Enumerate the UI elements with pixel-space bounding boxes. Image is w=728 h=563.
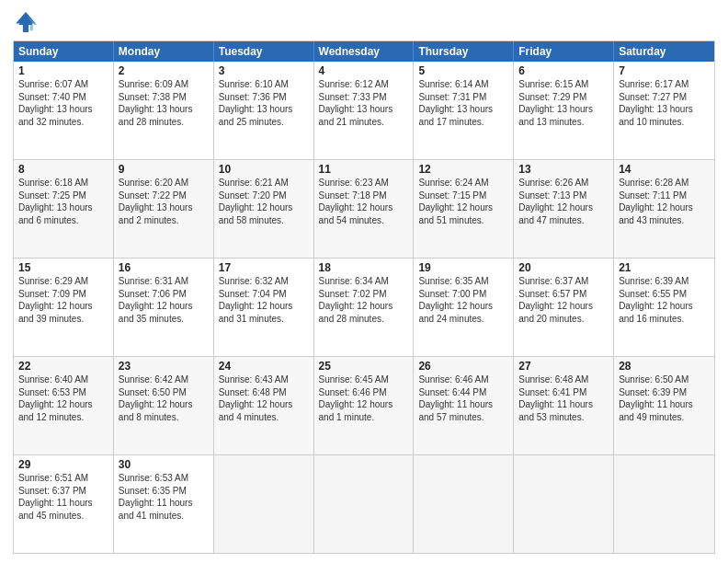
logo-icon: [13, 9, 39, 35]
day-info: Sunrise: 6:28 AMSunset: 7:11 PMDaylight:…: [619, 178, 693, 225]
calendar-cell: 22Sunrise: 6:40 AMSunset: 6:53 PMDayligh…: [14, 357, 114, 454]
day-info: Sunrise: 6:24 AMSunset: 7:15 PMDaylight:…: [418, 178, 493, 225]
calendar-cell: 28Sunrise: 6:50 AMSunset: 6:39 PMDayligh…: [614, 357, 714, 454]
calendar-row: 1Sunrise: 6:07 AMSunset: 7:40 PMDaylight…: [14, 62, 714, 159]
calendar-cell: 1Sunrise: 6:07 AMSunset: 7:40 PMDaylight…: [14, 62, 114, 159]
calendar-cell: 17Sunrise: 6:32 AMSunset: 7:04 PMDayligh…: [214, 259, 314, 356]
calendar-cell: 24Sunrise: 6:43 AMSunset: 6:48 PMDayligh…: [214, 357, 314, 454]
day-info: Sunrise: 6:15 AMSunset: 7:29 PMDaylight:…: [518, 79, 593, 127]
day-number: 30: [119, 458, 209, 471]
calendar-cell: 6Sunrise: 6:15 AMSunset: 7:29 PMDaylight…: [514, 62, 614, 159]
calendar-cell: 30Sunrise: 6:53 AMSunset: 6:35 PMDayligh…: [114, 455, 214, 553]
calendar-body: 1Sunrise: 6:07 AMSunset: 7:40 PMDaylight…: [14, 62, 714, 553]
day-info: Sunrise: 6:26 AMSunset: 7:13 PMDaylight:…: [518, 178, 593, 225]
calendar-cell: 18Sunrise: 6:34 AMSunset: 7:02 PMDayligh…: [314, 259, 415, 356]
calendar-cell: 14Sunrise: 6:28 AMSunset: 7:11 PMDayligh…: [614, 160, 714, 258]
day-number: 26: [418, 360, 508, 373]
weekday-header: Wednesday: [314, 41, 415, 62]
calendar-row: 8Sunrise: 6:18 AMSunset: 7:25 PMDaylight…: [14, 159, 714, 258]
calendar-cell: 27Sunrise: 6:48 AMSunset: 6:41 PMDayligh…: [514, 357, 614, 454]
day-number: 25: [319, 360, 409, 373]
day-number: 1: [18, 64, 108, 77]
weekday-header: Tuesday: [214, 41, 314, 62]
day-info: Sunrise: 6:17 AMSunset: 7:27 PMDaylight:…: [619, 79, 693, 127]
calendar-cell: 3Sunrise: 6:10 AMSunset: 7:36 PMDaylight…: [214, 62, 314, 159]
day-info: Sunrise: 6:51 AMSunset: 6:37 PMDaylight:…: [18, 473, 93, 521]
calendar-cell: 13Sunrise: 6:26 AMSunset: 7:13 PMDayligh…: [514, 160, 614, 258]
day-info: Sunrise: 6:09 AMSunset: 7:38 PMDaylight:…: [119, 79, 193, 127]
day-number: 29: [18, 458, 108, 471]
calendar-cell: 9Sunrise: 6:20 AMSunset: 7:22 PMDaylight…: [114, 160, 214, 258]
calendar-cell: 26Sunrise: 6:46 AMSunset: 6:44 PMDayligh…: [414, 357, 514, 454]
day-info: Sunrise: 6:45 AMSunset: 6:46 PMDaylight:…: [319, 374, 393, 422]
day-number: 5: [418, 64, 508, 77]
day-number: 28: [619, 360, 710, 373]
day-info: Sunrise: 6:07 AMSunset: 7:40 PMDaylight:…: [18, 79, 93, 127]
day-info: Sunrise: 6:12 AMSunset: 7:33 PMDaylight:…: [319, 79, 393, 127]
calendar-cell: 2Sunrise: 6:09 AMSunset: 7:38 PMDaylight…: [114, 62, 214, 159]
day-number: 23: [119, 360, 209, 373]
calendar-cell: 25Sunrise: 6:45 AMSunset: 6:46 PMDayligh…: [314, 357, 415, 454]
weekday-header: Saturday: [614, 41, 714, 62]
logo: [13, 9, 42, 35]
calendar-cell: [214, 455, 314, 553]
day-info: Sunrise: 6:31 AMSunset: 7:06 PMDaylight:…: [119, 276, 193, 324]
calendar-cell: 4Sunrise: 6:12 AMSunset: 7:33 PMDaylight…: [314, 62, 415, 159]
weekday-header: Monday: [114, 41, 214, 62]
day-info: Sunrise: 6:18 AMSunset: 7:25 PMDaylight:…: [18, 178, 93, 225]
calendar-cell: [614, 455, 714, 553]
day-number: 11: [319, 163, 409, 176]
day-number: 16: [119, 261, 209, 274]
day-info: Sunrise: 6:23 AMSunset: 7:18 PMDaylight:…: [319, 178, 393, 225]
day-info: Sunrise: 6:34 AMSunset: 7:02 PMDaylight:…: [319, 276, 393, 324]
day-info: Sunrise: 6:43 AMSunset: 6:48 PMDaylight:…: [219, 374, 293, 422]
calendar-cell: 23Sunrise: 6:42 AMSunset: 6:50 PMDayligh…: [114, 357, 214, 454]
day-number: 3: [219, 64, 309, 77]
calendar: SundayMondayTuesdayWednesdayThursdayFrid…: [13, 40, 715, 554]
day-number: 6: [518, 64, 609, 77]
day-info: Sunrise: 6:50 AMSunset: 6:39 PMDaylight:…: [619, 374, 693, 422]
day-number: 14: [619, 163, 710, 176]
day-info: Sunrise: 6:42 AMSunset: 6:50 PMDaylight:…: [119, 374, 193, 422]
calendar-header: SundayMondayTuesdayWednesdayThursdayFrid…: [14, 41, 714, 62]
calendar-cell: 16Sunrise: 6:31 AMSunset: 7:06 PMDayligh…: [114, 259, 214, 356]
weekday-header: Thursday: [414, 41, 514, 62]
day-number: 18: [319, 261, 409, 274]
day-number: 21: [619, 261, 710, 274]
day-number: 2: [119, 64, 209, 77]
day-number: 7: [619, 64, 710, 77]
weekday-header: Friday: [514, 41, 614, 62]
day-number: 12: [418, 163, 508, 176]
page: SundayMondayTuesdayWednesdayThursdayFrid…: [0, 0, 728, 563]
calendar-cell: 5Sunrise: 6:14 AMSunset: 7:31 PMDaylight…: [414, 62, 514, 159]
day-number: 10: [219, 163, 309, 176]
day-number: 4: [319, 64, 409, 77]
calendar-row: 15Sunrise: 6:29 AMSunset: 7:09 PMDayligh…: [14, 258, 714, 356]
day-number: 19: [418, 261, 508, 274]
day-info: Sunrise: 6:10 AMSunset: 7:36 PMDaylight:…: [219, 79, 293, 127]
day-info: Sunrise: 6:29 AMSunset: 7:09 PMDaylight:…: [18, 276, 93, 324]
calendar-row: 29Sunrise: 6:51 AMSunset: 6:37 PMDayligh…: [14, 454, 714, 553]
day-number: 24: [219, 360, 309, 373]
day-info: Sunrise: 6:14 AMSunset: 7:31 PMDaylight:…: [418, 79, 493, 127]
day-info: Sunrise: 6:48 AMSunset: 6:41 PMDaylight:…: [518, 374, 593, 422]
day-number: 9: [119, 163, 209, 176]
calendar-cell: 21Sunrise: 6:39 AMSunset: 6:55 PMDayligh…: [614, 259, 714, 356]
day-info: Sunrise: 6:37 AMSunset: 6:57 PMDaylight:…: [518, 276, 593, 324]
day-info: Sunrise: 6:40 AMSunset: 6:53 PMDaylight:…: [18, 374, 93, 422]
day-info: Sunrise: 6:53 AMSunset: 6:35 PMDaylight:…: [119, 473, 193, 521]
calendar-cell: 10Sunrise: 6:21 AMSunset: 7:20 PMDayligh…: [214, 160, 314, 258]
calendar-cell: [514, 455, 614, 553]
day-number: 27: [518, 360, 609, 373]
weekday-header: Sunday: [14, 41, 114, 62]
day-info: Sunrise: 6:39 AMSunset: 6:55 PMDaylight:…: [619, 276, 693, 324]
calendar-cell: 20Sunrise: 6:37 AMSunset: 6:57 PMDayligh…: [514, 259, 614, 356]
calendar-cell: 11Sunrise: 6:23 AMSunset: 7:18 PMDayligh…: [314, 160, 415, 258]
calendar-cell: [414, 455, 514, 553]
calendar-cell: 7Sunrise: 6:17 AMSunset: 7:27 PMDaylight…: [614, 62, 714, 159]
calendar-cell: 15Sunrise: 6:29 AMSunset: 7:09 PMDayligh…: [14, 259, 114, 356]
day-number: 8: [18, 163, 108, 176]
calendar-cell: 29Sunrise: 6:51 AMSunset: 6:37 PMDayligh…: [14, 455, 114, 553]
day-info: Sunrise: 6:46 AMSunset: 6:44 PMDaylight:…: [418, 374, 493, 422]
day-info: Sunrise: 6:21 AMSunset: 7:20 PMDaylight:…: [219, 178, 293, 225]
